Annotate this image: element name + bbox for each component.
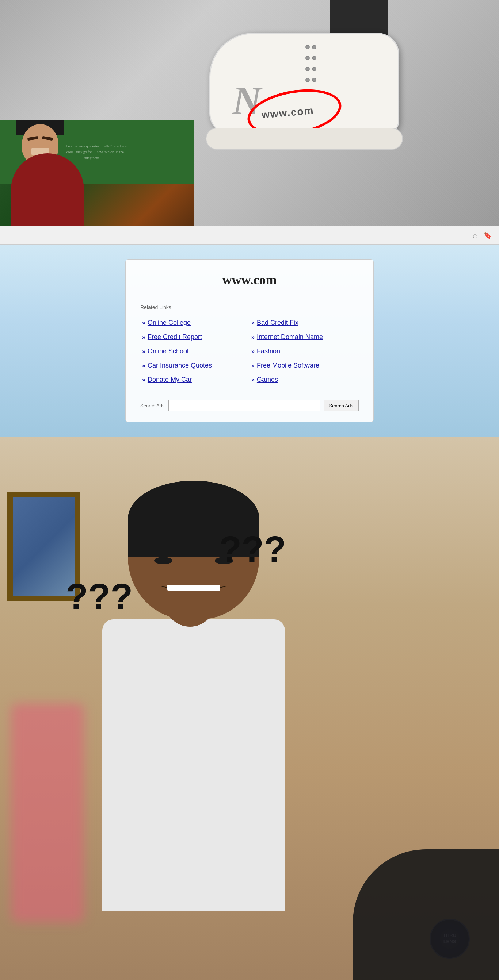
person2-shirt xyxy=(102,619,285,912)
chevron-icon: » xyxy=(251,348,255,355)
list-item: » Bad Credit Fix xyxy=(250,316,359,330)
teacher-image: how because que ester hello? how to do c… xyxy=(0,121,194,226)
chevron-icon: » xyxy=(142,334,145,340)
bookmark-icon[interactable]: 🔖 xyxy=(484,231,492,239)
related-links-label: Related Links xyxy=(140,304,359,310)
list-item: » Car Insurance Quotes xyxy=(140,358,250,373)
shoe-container: N www.com xyxy=(209,11,410,142)
links-left-column: » Online College » Free Credit Report » … xyxy=(140,316,250,387)
links-right-column: » Bad Credit Fix » Internet Domain Name … xyxy=(250,316,359,387)
list-item: » Donate My Car xyxy=(140,373,250,387)
shoe-background: N www.com how because que ester hel xyxy=(0,0,499,226)
bookmark-star-icon[interactable]: ☆ xyxy=(472,231,478,240)
title-divider xyxy=(140,297,359,297)
list-item: » Fashion xyxy=(250,344,359,358)
link-free-credit-report[interactable]: Free Credit Report xyxy=(148,333,202,341)
chevron-icon: » xyxy=(251,334,255,340)
list-item: » Games xyxy=(250,373,359,387)
chalk-writing: how because que ester hello? how to do c… xyxy=(63,140,131,165)
pink-object xyxy=(11,703,84,922)
person-body xyxy=(11,153,84,226)
link-donate-my-car[interactable]: Donate My Car xyxy=(148,376,192,383)
links-grid: » Online College » Free Credit Report » … xyxy=(140,316,359,387)
confused-background: ??? ??? THRULENS xyxy=(0,437,499,980)
question-marks-right: ??? xyxy=(219,528,286,570)
shoe-body: N www.com xyxy=(209,33,399,135)
list-item: » Online School xyxy=(140,344,250,358)
link-car-insurance[interactable]: Car Insurance Quotes xyxy=(148,362,212,369)
list-item: » Internet Domain Name xyxy=(250,330,359,344)
confused-image-section: ??? ??? THRULENS xyxy=(0,437,499,980)
search-bar-area: Search Ads Search Ads xyxy=(140,396,359,411)
site-title: www.com xyxy=(140,272,359,288)
shoe-laces xyxy=(305,45,316,82)
chevron-icon: » xyxy=(142,348,145,355)
chevron-icon: » xyxy=(142,377,145,383)
chevron-icon: » xyxy=(251,320,255,326)
link-internet-domain-name[interactable]: Internet Domain Name xyxy=(257,333,323,341)
link-online-school[interactable]: Online School xyxy=(148,347,188,355)
chevron-icon: » xyxy=(251,363,255,369)
link-free-mobile-software[interactable]: Free Mobile Software xyxy=(257,362,319,369)
link-games[interactable]: Games xyxy=(257,376,278,383)
website-section: www.com Related Links » Online College »… xyxy=(0,245,499,437)
question-marks-left: ??? xyxy=(66,576,132,617)
search-ads-input[interactable] xyxy=(168,400,320,411)
list-item: » Online College xyxy=(140,316,250,330)
chevron-icon: » xyxy=(142,363,145,369)
browser-toolbar: ☆ 🔖 xyxy=(0,226,499,245)
link-online-college[interactable]: Online College xyxy=(148,319,191,327)
search-ads-label: Search Ads xyxy=(140,403,165,409)
chevron-icon: » xyxy=(251,377,255,383)
list-item: » Free Credit Report xyxy=(140,330,250,344)
shoe-sole xyxy=(206,128,403,150)
shoe-image-section: N www.com how because que ester hel xyxy=(0,0,499,226)
search-ads-button[interactable]: Search Ads xyxy=(324,400,359,411)
dark-silhouette xyxy=(353,850,499,980)
link-fashion[interactable]: Fashion xyxy=(257,347,280,355)
chevron-icon: » xyxy=(142,320,145,326)
website-card: www.com Related Links » Online College »… xyxy=(125,259,374,422)
link-bad-credit-fix[interactable]: Bad Credit Fix xyxy=(257,319,298,327)
list-item: » Free Mobile Software xyxy=(250,358,359,373)
